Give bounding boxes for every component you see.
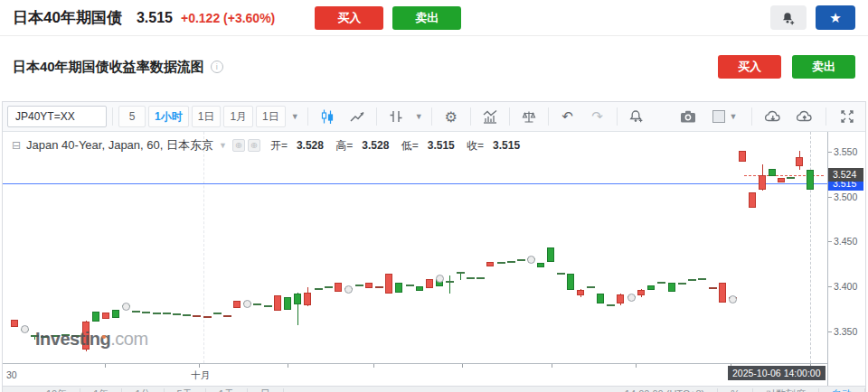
range-button[interactable]: 1年 — [80, 388, 122, 392]
buy-button-secondary[interactable]: 买入 — [718, 55, 781, 79]
price-tick-mark — [828, 197, 832, 198]
load-chart-button[interactable] — [760, 106, 787, 127]
indicators-button[interactable] — [476, 106, 504, 127]
doji-dash — [264, 305, 272, 307]
interval-1mo-button[interactable]: 1月 — [223, 106, 253, 127]
price-tick-label: 3.400 — [834, 281, 857, 292]
data-point-marker — [21, 325, 29, 333]
camera-icon — [679, 108, 697, 125]
ohlc-low: 3.515 — [428, 139, 455, 152]
sell-button-secondary[interactable]: 卖出 — [792, 55, 855, 79]
undo-button[interactable]: ↶ — [554, 106, 581, 127]
doji-dash — [497, 262, 505, 264]
candle — [537, 263, 544, 267]
candle — [749, 192, 756, 208]
doji-dash — [132, 311, 140, 313]
save-chart-button[interactable] — [791, 106, 818, 127]
data-point-marker — [627, 294, 636, 302]
fullscreen-button[interactable] — [834, 106, 861, 127]
candle — [416, 286, 423, 291]
interval-1d-button[interactable]: 1日 — [192, 106, 222, 127]
line-chart-icon — [349, 108, 365, 125]
background-theme-button[interactable]: ▼ — [706, 106, 744, 127]
doji-dash — [467, 277, 475, 279]
compare-dropdown-caret[interactable]: ▼ — [412, 112, 426, 121]
legend-collapse-icon[interactable]: ⊟ — [12, 139, 21, 152]
instrument-header: 日本40年期国债 3.515 +0.122 (+3.60%) 买入 卖出 ★ — [0, 0, 868, 36]
price-axis[interactable]: 3.5503.5003.4503.4003.3503.5243.515 — [827, 132, 863, 386]
info-icon[interactable]: i — [211, 61, 223, 73]
candle — [577, 290, 584, 295]
candle — [365, 283, 373, 288]
prev-close-price-label: 3.524 — [828, 168, 863, 182]
create-alert-button[interactable] — [770, 5, 807, 30]
watchlist-star-button[interactable]: ★ — [816, 5, 855, 30]
last-price-line — [3, 183, 827, 184]
legend-dropdown-caret[interactable]: ▼ — [219, 141, 227, 150]
price-tick-mark — [828, 241, 832, 242]
candle — [796, 157, 803, 166]
compare-instrument-button[interactable] — [382, 106, 410, 127]
time-tick-label: 十月 — [191, 369, 210, 382]
interval-5m-button[interactable]: 5 — [118, 106, 146, 127]
compare-scales-button[interactable] — [515, 106, 542, 127]
candle — [769, 169, 776, 176]
log-scale-button[interactable]: 对数刻度 — [753, 388, 819, 392]
range-button[interactable]: 5天 — [165, 388, 206, 392]
line-chart-style-button[interactable] — [344, 106, 371, 127]
buy-button[interactable]: 买入 — [315, 6, 383, 30]
legend-visibility-icon[interactable]: ◎ — [232, 139, 245, 152]
candle — [395, 283, 402, 293]
interval-dropdown-caret[interactable]: ▼ — [288, 112, 302, 121]
snapshot-button[interactable] — [675, 106, 702, 127]
doji-dash — [375, 286, 383, 288]
sell-button[interactable]: 卖出 — [392, 6, 461, 30]
indicators-icon — [482, 108, 498, 125]
range-button[interactable]: 日 — [248, 388, 284, 392]
chart-style-button[interactable] — [314, 106, 341, 127]
timezone-label[interactable]: 14:00:00 (UTC+8) — [612, 388, 718, 392]
chart-legend: ⊟ Japan 40-Year, Japan, 60, 日本东京 ▼ ◎ ◎ 开… — [12, 137, 529, 154]
ohlc-open: 3.528 — [297, 139, 324, 152]
candlestick-plot[interactable]: ⊟ Japan 40-Year, Japan, 60, 日本东京 ▼ ◎ ◎ 开… — [3, 132, 827, 363]
doji-dash — [678, 283, 686, 285]
doji-dash — [709, 287, 717, 289]
investing-watermark: Investing.com — [35, 329, 148, 350]
candle — [284, 297, 291, 310]
chart-alert-button[interactable] — [623, 106, 650, 127]
candle — [647, 285, 655, 290]
auto-scale-button[interactable]: 自动 — [819, 388, 865, 392]
chart-settings-button[interactable]: ⚙ — [438, 106, 465, 127]
candle — [637, 290, 645, 295]
doji-dash — [698, 278, 706, 280]
candle — [385, 274, 392, 294]
candle — [759, 175, 766, 190]
doji-dash — [213, 313, 222, 314]
interval-1d2-button[interactable]: 1日 — [256, 106, 286, 127]
range-button[interactable]: 1天 — [206, 388, 248, 392]
range-button[interactable]: 1分 — [122, 388, 164, 392]
background-dropdown-caret: ▼ — [727, 112, 741, 121]
doji-dash — [142, 312, 150, 313]
bell-plus-icon — [780, 10, 797, 26]
watermark-light: .com — [110, 329, 147, 349]
redo-icon: ↷ — [591, 108, 603, 125]
ohlc-close: 3.515 — [493, 139, 520, 152]
doji-dash — [355, 285, 363, 286]
interval-1h-button[interactable]: 1小时 — [148, 106, 189, 127]
fullscreen-icon — [839, 108, 855, 125]
symbol-input[interactable] — [7, 106, 107, 127]
doji-dash — [688, 279, 696, 281]
range-button[interactable]: 10年 — [33, 388, 80, 392]
candle — [11, 320, 18, 327]
time-tick-mark — [288, 364, 288, 368]
redo-button[interactable]: ↷ — [584, 106, 611, 127]
legend-settings-icon[interactable]: ◎ — [248, 139, 260, 152]
candle — [304, 293, 311, 305]
data-point-marker — [122, 303, 130, 311]
doji-dash — [607, 304, 615, 306]
percent-scale-button[interactable]: % — [718, 388, 753, 392]
doji-dash — [153, 313, 161, 314]
time-axis[interactable]: 30十月2025-10-06 14:00:00 — [3, 363, 827, 386]
instrument-title: 日本40年期国债 — [13, 7, 122, 28]
